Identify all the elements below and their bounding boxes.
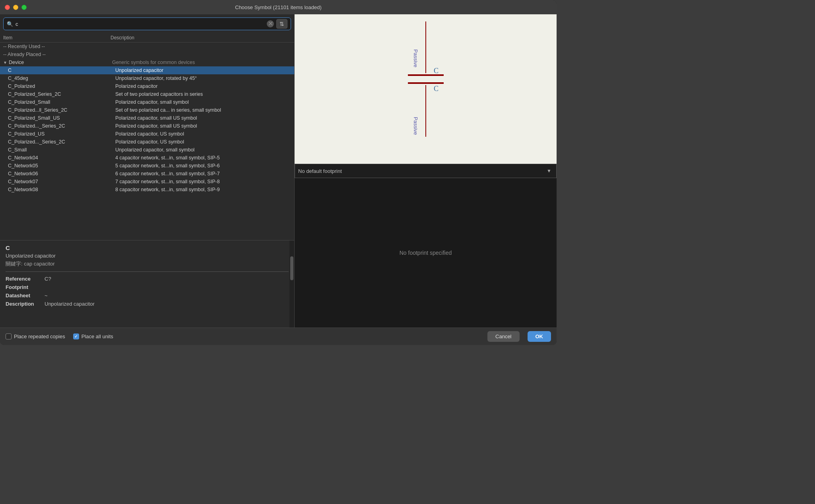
list-item[interactable]: C_Network07 7 capacitor network, st...in… [0, 178, 294, 186]
list-item[interactable]: C_Network06 6 capacitor network, st...in… [0, 170, 294, 178]
list-item[interactable]: C_Polarized..._Series_2C Polarized capac… [0, 138, 294, 146]
footprint-selector[interactable]: No default footprint ▼ [295, 164, 557, 178]
bottom-bar: Place repeated copies Place all units Ca… [0, 328, 557, 345]
scrollbar-thumb[interactable] [290, 256, 293, 280]
main-content: 🔍 ✕ ⇅ Item Description -- Recently Used … [0, 14, 557, 328]
chevron-down-icon: ▼ [3, 60, 7, 65]
list-item[interactable]: C_Network04 4 capacitor network, st...in… [0, 154, 294, 162]
device-group-name: Device [9, 60, 112, 65]
device-group-desc: Generic symbols for common devices [112, 60, 291, 65]
recently-used-header: -- Recently Used -- [0, 43, 294, 50]
datasheet-value: ~ [45, 293, 48, 299]
detail-panel: C Unpolarized capacitor 關鍵字: cap capacit… [0, 240, 294, 328]
maximize-button[interactable] [21, 5, 27, 10]
detail-keywords: 關鍵字: cap capacitor [6, 260, 289, 268]
cancel-button[interactable]: Cancel [487, 331, 519, 342]
place-repeated-label: Place repeated copies [14, 333, 65, 339]
titlebar: Choose Symbol (21101 items loaded) [0, 0, 557, 14]
list-item[interactable]: C_Polarized_Small_US Polarized capacitor… [0, 114, 294, 122]
footprint-select-label: No default footprint [298, 168, 545, 174]
reference-value: C? [45, 276, 51, 282]
list-item[interactable]: C_Polarized...ll_Series_2C Set of two po… [0, 106, 294, 114]
place-repeated-checkbox[interactable] [6, 333, 12, 339]
list-item[interactable]: C Unpolarized capacitor [0, 66, 294, 74]
description-detail-value: Unpolarized capacitor [45, 301, 95, 307]
column-desc-header: Description [111, 35, 291, 41]
symbol-list[interactable]: -- Recently Used -- -- Already Placed --… [0, 43, 294, 240]
svg-text:C: C [434, 67, 439, 75]
svg-text:Passive: Passive [413, 117, 419, 135]
reference-row: Reference C? [6, 276, 289, 282]
list-item[interactable]: C_Network05 5 capacitor network, st...in… [0, 162, 294, 170]
search-icon: 🔍 [7, 21, 13, 27]
place-all-units-checkbox[interactable] [73, 333, 79, 339]
capacitor-svg: C C Passive Passive [386, 17, 466, 161]
device-group-header[interactable]: ▼ Device Generic symbols for common devi… [0, 58, 294, 66]
svg-text:Passive: Passive [413, 49, 419, 68]
svg-text:C: C [434, 85, 439, 93]
reference-label: Reference [6, 276, 41, 282]
description-label: Description [6, 301, 41, 307]
list-item[interactable]: C_Polarized_Small Polarized capacitor, s… [0, 98, 294, 106]
footprint-dropdown-arrow[interactable]: ▼ [545, 167, 553, 175]
footprint-label: Footprint [6, 284, 41, 290]
ok-button[interactable]: OK [528, 331, 551, 342]
description-row: Description Unpolarized capacitor [6, 301, 289, 307]
minimize-button[interactable] [13, 5, 18, 10]
traffic-lights [5, 5, 27, 10]
clear-search-button[interactable]: ✕ [267, 20, 274, 27]
column-item-header: Item [3, 35, 111, 41]
already-placed-header: -- Already Placed -- [0, 50, 294, 58]
place-all-units-checkbox-group[interactable]: Place all units [73, 333, 113, 339]
list-item[interactable]: C_Polarized_US Polarized capacitor, US s… [0, 130, 294, 138]
place-all-units-label: Place all units [82, 333, 113, 339]
list-item[interactable]: C_Small Unpolarized capacitor, small sym… [0, 146, 294, 154]
list-item[interactable]: C_Network08 8 capacitor network, st...in… [0, 186, 294, 194]
detail-symbol-name: C [6, 244, 289, 251]
search-bar: 🔍 ✕ ⇅ [3, 17, 291, 30]
no-footprint-text: No footprint specified [400, 250, 452, 256]
place-repeated-checkbox-group[interactable]: Place repeated copies [6, 333, 65, 339]
footprint-preview: No footprint specified [295, 178, 557, 328]
list-item[interactable]: C_45deg Unpolarized capacitor, rotated b… [0, 74, 294, 82]
detail-scrollbar[interactable] [289, 240, 294, 328]
search-input[interactable] [16, 21, 264, 27]
table-header: Item Description [0, 33, 294, 43]
datasheet-label: Datasheet [6, 293, 41, 299]
divider [6, 271, 289, 272]
list-item[interactable]: C_Polarized_Series_2C Set of two polariz… [0, 90, 294, 98]
list-item[interactable]: C_Polarized Polarized capacitor [0, 82, 294, 90]
datasheet-row: Datasheet ~ [6, 293, 289, 299]
footprint-row: Footprint [6, 284, 289, 290]
filter-button[interactable]: ⇅ [276, 19, 287, 29]
left-panel: 🔍 ✕ ⇅ Item Description -- Recently Used … [0, 14, 294, 328]
main-window: Choose Symbol (21101 items loaded) 🔍 ✕ ⇅… [0, 0, 557, 345]
right-panel: C C Passive Passive No default footprint… [294, 14, 557, 328]
window-title: Choose Symbol (21101 items loaded) [235, 4, 322, 10]
close-button[interactable] [5, 5, 10, 10]
symbol-preview: C C Passive Passive [295, 14, 557, 164]
list-item[interactable]: C_Polarized..._Series_2C Polarized capac… [0, 122, 294, 130]
detail-symbol-desc: Unpolarized capacitor [6, 253, 289, 259]
